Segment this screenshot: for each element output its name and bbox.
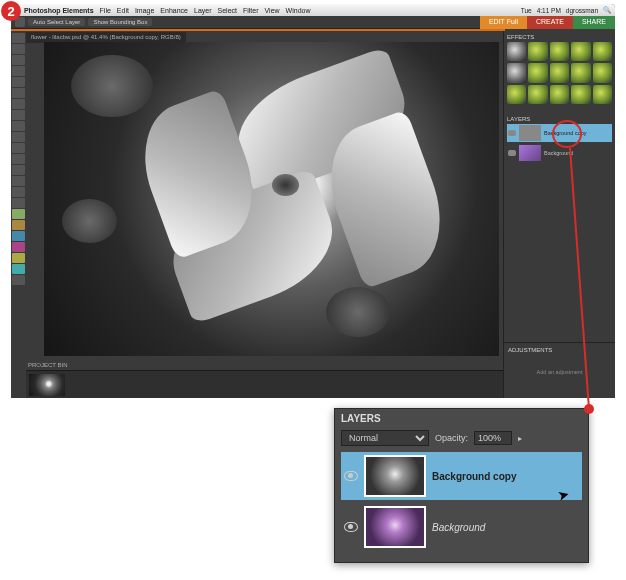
visibility-icon[interactable]: [344, 522, 358, 532]
brush-tool[interactable]: [12, 198, 25, 208]
crop-tool[interactable]: [12, 132, 25, 142]
tab-edit[interactable]: EDIT Full: [480, 16, 527, 29]
layer-name-mini[interactable]: Background: [544, 150, 573, 156]
blur-tool[interactable]: [12, 253, 25, 263]
project-bin: [26, 370, 503, 398]
fx-thumb[interactable]: [571, 42, 590, 61]
fx-thumb[interactable]: [507, 42, 526, 61]
fx-thumb[interactable]: [528, 42, 547, 61]
paint-bucket-tool[interactable]: [12, 220, 25, 230]
fx-thumb[interactable]: [571, 85, 590, 104]
fx-thumb[interactable]: [593, 42, 612, 61]
step-badge: 2: [1, 1, 21, 21]
menu-filter[interactable]: Filter: [243, 7, 259, 14]
project-bin-label: PROJECT BIN: [28, 362, 68, 368]
fx-thumb[interactable]: [593, 85, 612, 104]
mac-menubar:  Photoshop Elements File Edit Image Enh…: [11, 4, 615, 16]
clock-day: Tue: [521, 7, 532, 14]
quick-select-tool[interactable]: [12, 110, 25, 120]
clone-tool[interactable]: [12, 176, 25, 186]
tab-share[interactable]: SHARE: [573, 16, 615, 29]
lasso-tool[interactable]: [12, 88, 25, 98]
menu-file[interactable]: File: [100, 7, 111, 14]
magic-wand-tool[interactable]: [12, 99, 25, 109]
fx-thumb[interactable]: [507, 85, 526, 104]
foreground-color[interactable]: [12, 275, 25, 285]
sponge-tool[interactable]: [12, 264, 25, 274]
menu-view[interactable]: View: [265, 7, 280, 14]
adjustments-title: ADJUSTMENTS: [508, 347, 611, 353]
blend-mode-select[interactable]: Normal: [341, 430, 429, 446]
fx-thumb[interactable]: [528, 85, 547, 104]
eraser-tool[interactable]: [12, 187, 25, 197]
fx-thumb[interactable]: [528, 63, 547, 82]
effects-panel: EFFECTS: [504, 31, 615, 107]
layer-thumb-mini[interactable]: [519, 125, 541, 141]
callout-title: LAYERS: [335, 409, 588, 428]
menu-image[interactable]: Image: [135, 7, 154, 14]
smart-brush-tool[interactable]: [12, 209, 25, 219]
option-btn-1[interactable]: Auto Select Layer: [28, 18, 85, 26]
redeye-tool[interactable]: [12, 154, 25, 164]
effects-title: EFFECTS: [507, 34, 612, 40]
canvas-area: flower - lilacbw.psd @ 41.4% (Background…: [26, 31, 503, 398]
user-name: dgrossman: [566, 7, 598, 14]
adjustments-hint: Add an adjustment: [508, 369, 611, 375]
fx-thumb[interactable]: [593, 63, 612, 82]
healing-tool[interactable]: [12, 165, 25, 175]
opacity-label: Opacity:: [435, 433, 468, 443]
clock-time: 4:11 PM: [537, 7, 561, 14]
image-content: [44, 42, 499, 356]
shape-tool[interactable]: [12, 242, 25, 252]
opacity-input[interactable]: [474, 431, 512, 445]
layers-panel-callout: LAYERS Normal Opacity: ▸ Background copy…: [334, 408, 589, 563]
layer-row-mini[interactable]: Background: [507, 144, 612, 162]
fx-thumb[interactable]: [550, 42, 569, 61]
eyedropper-tool[interactable]: [12, 66, 25, 76]
panels-column: EFFECTS: [503, 31, 615, 398]
marquee-tool[interactable]: [12, 77, 25, 87]
toolbox: [11, 31, 26, 398]
option-btn-2[interactable]: Show Bounding Box: [88, 18, 152, 26]
layer-row[interactable]: Background: [341, 503, 582, 551]
spotlight-icon[interactable]: 🔍: [603, 6, 611, 14]
adjustments-panel: ADJUSTMENTS Add an adjustment: [504, 342, 615, 398]
zoom-tool[interactable]: [12, 44, 25, 54]
cookie-cutter-tool[interactable]: [12, 143, 25, 153]
gradient-tool[interactable]: [12, 231, 25, 241]
tab-create[interactable]: CREATE: [527, 16, 573, 29]
highlight-circle: [552, 120, 582, 148]
menu-layer[interactable]: Layer: [194, 7, 212, 14]
type-tool[interactable]: [12, 121, 25, 131]
layer-name[interactable]: Background: [432, 522, 485, 533]
menu-enhance[interactable]: Enhance: [160, 7, 188, 14]
move-tool[interactable]: [12, 33, 25, 43]
fx-thumb[interactable]: [571, 63, 590, 82]
fx-thumb[interactable]: [550, 63, 569, 82]
layer-row[interactable]: Background copy: [341, 452, 582, 500]
app-window:  Photoshop Elements File Edit Image Enh…: [11, 4, 615, 398]
visibility-icon[interactable]: [508, 130, 516, 136]
callout-endpoint-dot: [584, 404, 594, 414]
bin-thumb[interactable]: [29, 374, 65, 396]
opacity-slider-icon[interactable]: ▸: [518, 434, 522, 443]
menu-window[interactable]: Window: [286, 7, 311, 14]
layer-name[interactable]: Background copy: [432, 471, 516, 482]
layer-thumb-mini[interactable]: [519, 145, 541, 161]
layer-thumbnail[interactable]: [364, 506, 426, 548]
mode-tabs: EDIT Full CREATE SHARE: [480, 16, 615, 29]
hand-tool[interactable]: [12, 55, 25, 65]
menu-edit[interactable]: Edit: [117, 7, 129, 14]
app-menu[interactable]: Photoshop Elements: [24, 7, 94, 14]
visibility-icon[interactable]: [344, 471, 358, 481]
menu-select[interactable]: Select: [218, 7, 237, 14]
layer-thumbnail[interactable]: [364, 455, 426, 497]
canvas[interactable]: [44, 42, 499, 356]
fx-thumb[interactable]: [507, 63, 526, 82]
visibility-icon[interactable]: [508, 150, 516, 156]
fx-thumb[interactable]: [550, 85, 569, 104]
